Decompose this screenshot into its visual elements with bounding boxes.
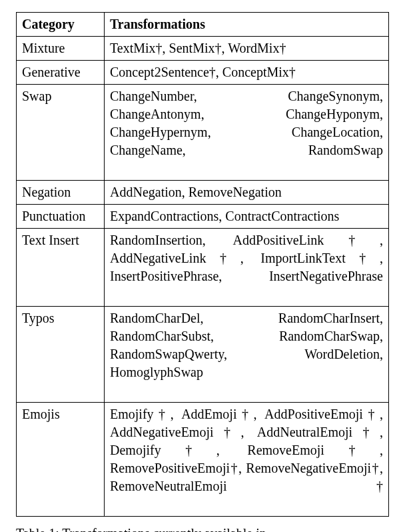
table-row: Negation AddNegation, RemoveNegation [17,181,389,205]
cell-category: Generative [17,61,105,85]
cell-category: Negation [17,181,105,205]
table-row: Generative Concept2Sentence†, ConceptMix… [17,61,389,85]
cell-category: Swap [17,85,105,181]
cell-transformations: RandomInsertion, AddPositiveLink†, AddNe… [105,229,389,307]
cell-category: Punctuation [17,205,105,229]
cell-transformations: Concept2Sentence†, ConceptMix† [105,61,389,85]
cell-transformations: ExpandContractions, ContractContractions [105,205,389,229]
cell-transformations: ChangeNumber, ChangeSynonym, ChangeAnton… [105,85,389,181]
header-transformations: Transformations [105,13,389,37]
table-row: Typos RandomCharDel, RandomCharInsert, R… [17,307,389,403]
table-header-row: Category Transformations [17,13,389,37]
caption-text: Table 1: Transformations currently avail… [16,526,266,532]
cell-category: Text Insert [17,229,105,307]
table-row: Punctuation ExpandContractions, Contract… [17,205,389,229]
cell-category: Mixture [17,37,105,61]
cell-transformations: TextMix†, SentMix†, WordMix† [105,37,389,61]
cell-category: Emojis [17,403,105,517]
cell-transformations: RandomCharDel, RandomCharInsert, RandomC… [105,307,389,403]
page-container: Category Transformations Mixture TextMix… [0,0,405,532]
cell-transformations: AddNegation, RemoveNegation [105,181,389,205]
table-row: Mixture TextMix†, SentMix†, WordMix† [17,37,389,61]
table-row: Swap ChangeNumber, ChangeSynonym, Change… [17,85,389,181]
header-category: Category [17,13,105,37]
table-caption: Table 1: Transformations currently avail… [16,526,389,532]
table-row: Emojis Emojify†, AddEmoji†, AddPositiveE… [17,403,389,517]
table-row: Text Insert RandomInsertion, AddPositive… [17,229,389,307]
transformations-table: Category Transformations Mixture TextMix… [16,12,389,517]
cell-category: Typos [17,307,105,403]
cell-transformations: Emojify†, AddEmoji†, AddPositiveEmoji†, … [105,403,389,517]
